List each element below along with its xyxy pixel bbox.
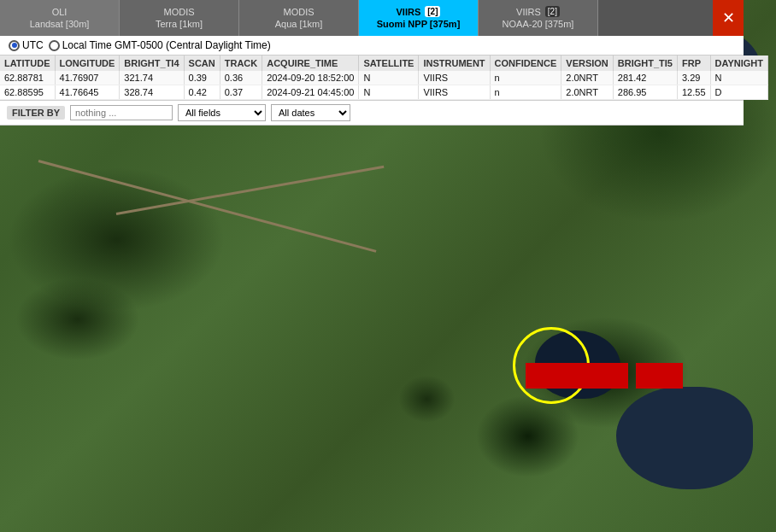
cell-confidence: n [490,85,561,100]
tab-viirs-noaa-label2: NOAA-20 [375m] [503,18,574,30]
fire-data-table: LATITUDE LONGITUDE BRIGHT_TI4 SCAN TRACK… [0,56,768,100]
utc-label: UTC [22,39,44,51]
tab-oli-label2: Landsat [30m] [30,18,90,30]
filter-text-input[interactable] [70,105,173,120]
cell-instrument: VIIRS [419,85,490,100]
data-panel: OLI Landsat [30m] MODIS Terra [1km] MODI… [0,0,744,126]
cell-longitude: 41.76907 [55,71,120,85]
local-time-radio-dot [49,40,60,51]
tab-oli-label1: OLI [52,6,68,18]
data-table-container: LATITUDE LONGITUDE BRIGHT_TI4 SCAN TRACK… [0,56,744,101]
utc-radio-dot [9,40,20,51]
table-row[interactable]: 62.8859541.76645328.740.420.372024-09-21… [0,85,767,100]
cell-acquire_time: 2024-09-21 04:45:00 [262,85,359,100]
utc-radio[interactable]: UTC [9,39,44,51]
tab-modis-aqua-label2: Aqua [1km] [275,18,323,30]
cell-bright_ti4: 321.74 [120,71,184,85]
table-header-row: LATITUDE LONGITUDE BRIGHT_TI4 SCAN TRACK… [0,56,767,71]
tab-modis-terra-label1: MODIS [163,6,194,18]
filter-date-select[interactable]: All datesTodayLast 7 daysLast 30 days [271,104,350,121]
col-track: TRACK [220,56,262,71]
cell-bright_ti5: 286.95 [613,85,677,100]
cell-satellite: N [359,85,419,100]
cell-acquire_time: 2024-09-20 18:52:00 [262,71,359,85]
tab-modis-terra[interactable]: MODIS Terra [1km] [120,0,239,36]
tab-viirs-noaa[interactable]: VIIRS [2] NOAA-20 [375m] [479,0,598,36]
tab-viirs-npp-label2: Suomi NPP [375m] [377,18,461,30]
col-confidence: CONFIDENCE [490,56,561,71]
tab-oli[interactable]: OLI Landsat [30m] [0,0,120,36]
tab-viirs-npp-badge: [2] [425,6,440,17]
cell-bright_ti5: 281.42 [613,71,677,85]
filter-field-select[interactable]: All fieldsLATITUDELONGITUDESATELLITEINST… [178,104,266,121]
filter-by-label: FILTER BY [7,106,65,120]
cell-frp: 12.55 [678,85,711,100]
table-body: 62.8878141.76907321.740.390.362024-09-20… [0,71,767,100]
col-bright-ti4: BRIGHT_TI4 [120,56,184,71]
col-longitude: LONGITUDE [55,56,120,71]
tab-bar: OLI Landsat [30m] MODIS Terra [1km] MODI… [0,0,744,36]
col-instrument: INSTRUMENT [419,56,490,71]
cell-instrument: VIIRS [419,71,490,85]
tab-viirs-npp-label1: VIIRS [397,6,421,18]
fire-hotspot-rect-1 [526,363,628,389]
cell-version: 2.0NRT [561,85,614,100]
cell-satellite: N [359,71,419,85]
cell-frp: 3.29 [678,71,711,85]
close-button[interactable]: ✕ [713,0,744,36]
col-scan: SCAN [184,56,220,71]
time-radio-group: UTC Local Time GMT-0500 (Central Dayligh… [9,39,271,51]
tab-modis-aqua[interactable]: MODIS Aqua [1km] [239,0,359,36]
time-controls-bar: UTC Local Time GMT-0500 (Central Dayligh… [0,36,744,56]
cell-latitude: 62.88595 [0,85,55,100]
col-bright-ti5: BRIGHT_TI5 [613,56,677,71]
cell-scan: 0.42 [184,85,220,100]
cell-confidence: n [490,71,561,85]
local-time-radio[interactable]: Local Time GMT-0500 (Central Daylight Ti… [49,39,271,51]
cell-latitude: 62.88781 [0,71,55,85]
tab-viirs-noaa-label1: VIIRS [516,6,541,18]
cell-scan: 0.39 [184,71,220,85]
cell-track: 0.37 [220,85,262,100]
fire-hotspot-rect-2 [636,363,683,389]
local-time-label: Local Time GMT-0500 (Central Daylight Ti… [62,39,271,51]
table-header: LATITUDE LONGITUDE BRIGHT_TI4 SCAN TRACK… [0,56,767,71]
col-latitude: LATITUDE [0,56,55,71]
cell-longitude: 41.76645 [55,85,120,100]
tab-modis-aqua-label1: MODIS [283,6,314,18]
col-daynight: DAYNIGHT [710,56,767,71]
tab-viirs-npp[interactable]: VIIRS [2] Suomi NPP [375m] [359,0,479,36]
cell-track: 0.36 [220,71,262,85]
col-satellite: SATELLITE [359,56,419,71]
filter-bar: FILTER BY All fieldsLATITUDELONGITUDESAT… [0,101,744,126]
col-acquire-time: ACQUIRE_TIME [262,56,359,71]
table-row[interactable]: 62.8878141.76907321.740.390.362024-09-20… [0,71,767,85]
tab-modis-terra-label2: Terra [1km] [156,18,203,30]
col-frp: FRP [678,56,711,71]
cell-daynight: N [710,71,767,85]
cell-version: 2.0NRT [561,71,614,85]
cell-bright_ti4: 328.74 [120,85,184,100]
cell-daynight: D [710,85,767,100]
col-version: VERSION [561,56,614,71]
tab-viirs-noaa-badge: [2] [545,6,560,17]
